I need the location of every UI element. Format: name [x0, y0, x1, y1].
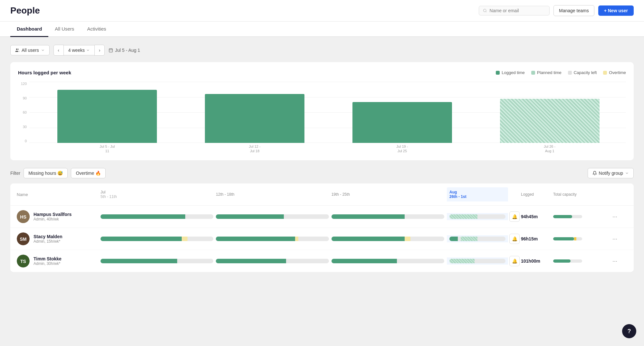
legend-planned-label: Planned time	[537, 70, 562, 75]
new-user-button[interactable]: + New user	[598, 5, 634, 16]
y-label-90: 90	[23, 96, 27, 100]
y-label-30: 30	[23, 125, 27, 129]
logged-time-3: 101h00m	[521, 258, 553, 264]
bar-3	[352, 102, 452, 143]
users-filter-label: All users	[22, 48, 39, 53]
th-name: Name	[17, 192, 101, 197]
legend-logged: Logged time	[496, 70, 525, 75]
page-title: People	[10, 5, 40, 16]
bars-container	[31, 82, 626, 143]
chart-legend: Logged time Planned time Capacity left O…	[496, 70, 626, 75]
date-range-text: Jul 5 - Aug 1	[115, 48, 140, 53]
calendar-icon	[109, 48, 113, 52]
capacity-bar-1	[553, 215, 611, 218]
user-info-3: TS Timm Stokke Admin, 30h/wk*	[17, 255, 101, 267]
bell-cell-1: 🔔	[508, 211, 521, 222]
users-table: Name Jul 5th - 11th 12th - 18th 19th - 2…	[10, 183, 634, 272]
th-logged: Logged	[521, 192, 553, 197]
week4-bar-3	[447, 257, 508, 265]
bar-group-3	[331, 82, 474, 143]
manage-teams-button[interactable]: Manage teams	[553, 5, 594, 16]
week2-bar-1	[216, 214, 331, 219]
user-role-2: Admin, 15h/wk*	[34, 239, 62, 244]
week4-bar-1	[447, 213, 508, 220]
overtime-label: Overtime 🔥	[76, 171, 101, 176]
th-week3: 19th - 25th	[332, 192, 447, 197]
search-box[interactable]	[479, 6, 550, 15]
more-button-3[interactable]: ···	[611, 257, 619, 266]
svg-rect-3	[109, 49, 113, 52]
legend-overtime: Overtime	[603, 70, 626, 75]
week3-bar-1	[332, 214, 447, 219]
user-role-1: Admin, 40h/wk	[34, 217, 72, 221]
table-row: HS Hampus Svallfors Admin, 40h/wk	[10, 206, 634, 228]
tab-all-users[interactable]: All Users	[48, 22, 81, 37]
svg-text:SM: SM	[20, 237, 27, 242]
legend-logged-label: Logged time	[502, 70, 525, 75]
user-info-2: SM Stacy Malden Admin, 15h/wk*	[17, 232, 101, 245]
header-right: Manage teams + New user	[479, 5, 634, 16]
more-button-2[interactable]: ···	[611, 234, 619, 244]
table-row: TS Timm Stokke Admin, 30h/wk*	[10, 250, 634, 272]
bar-2	[205, 94, 304, 143]
overtime-filter[interactable]: Overtime 🔥	[71, 168, 106, 178]
legend-capacity-label: Capacity left	[574, 70, 597, 75]
search-icon	[483, 8, 487, 13]
period-label-btn[interactable]: 4 weeks	[64, 45, 94, 55]
bell-cell-2: 🔔	[508, 234, 521, 244]
table-header: Name Jul 5th - 11th 12th - 18th 19th - 2…	[10, 183, 634, 206]
user-name-3: Timm Stokke	[34, 256, 62, 261]
notify-group-button[interactable]: Notify group	[588, 168, 634, 178]
svg-line-1	[486, 11, 486, 12]
y-label-120: 120	[21, 82, 27, 86]
legend-capacity-dot	[568, 71, 572, 75]
avatar-3: TS	[17, 255, 30, 267]
period-nav: ‹ 4 weeks ›	[53, 45, 105, 56]
legend-capacity: Capacity left	[568, 70, 597, 75]
legend-overtime-label: Overtime	[609, 70, 626, 75]
filter-left: Filter Missing hours 😅 Overtime 🔥	[10, 168, 106, 178]
bar-group-1	[36, 82, 178, 143]
week1-bar-3	[101, 259, 216, 263]
bar-chart: 120 90 60 30 0	[18, 82, 626, 153]
table-row: SM Stacy Malden Admin, 15h/wk*	[10, 228, 634, 250]
user-name-1: Hampus Svallfors	[34, 212, 72, 217]
user-role-3: Admin, 30h/wk*	[34, 261, 62, 266]
x-label-1: Jul 5 - Jul11	[36, 144, 178, 154]
users-filter-button[interactable]: All users	[10, 45, 50, 55]
period-next-button[interactable]: ›	[94, 45, 105, 56]
th-week4: Aug 26th - 1st	[447, 187, 508, 201]
missing-hours-label: Missing hours 😅	[28, 171, 63, 176]
bell-button-1[interactable]: 🔔	[509, 211, 520, 222]
x-label-2: Jul 12 -Jul 18	[184, 144, 326, 154]
capacity-bar-2	[553, 237, 611, 240]
chevron-down-notify-icon	[625, 171, 629, 175]
filter-label: Filter	[10, 171, 20, 176]
bell-button-2[interactable]: 🔔	[509, 234, 520, 244]
notify-group-label: Notify group	[599, 171, 623, 176]
legend-overtime-dot	[603, 71, 607, 75]
x-label-3: Jul 19 -Jul 25	[331, 144, 474, 154]
avatar-1: HS	[17, 210, 30, 223]
user-details-2: Stacy Malden Admin, 15h/wk*	[34, 234, 62, 244]
filter-bar: All users ‹ 4 weeks › Jul 5 - Aug 1	[10, 45, 634, 56]
logged-time-2: 96h15m	[521, 236, 553, 241]
missing-hours-filter[interactable]: Missing hours 😅	[24, 168, 68, 178]
bell-button-3[interactable]: 🔔	[509, 256, 520, 266]
tab-dashboard[interactable]: Dashboard	[10, 22, 48, 37]
period-prev-button[interactable]: ‹	[53, 45, 64, 56]
svg-text:TS: TS	[20, 259, 26, 264]
week1-bar-1	[101, 214, 216, 219]
tab-activities[interactable]: Activities	[81, 22, 112, 37]
table-filter-row: Filter Missing hours 😅 Overtime 🔥 Notify…	[10, 168, 634, 178]
search-input[interactable]	[490, 8, 545, 13]
chart-header: Hours logged per week Logged time Planne…	[18, 70, 626, 75]
chevron-down-icon-period	[86, 48, 90, 52]
legend-planned: Planned time	[531, 70, 562, 75]
user-name-2: Stacy Malden	[34, 234, 62, 239]
chevron-down-icon	[41, 48, 45, 52]
bar-group-4	[478, 82, 621, 143]
more-cell-1: ···	[611, 212, 627, 221]
y-label-0: 0	[25, 139, 27, 143]
more-button-1[interactable]: ···	[611, 212, 619, 221]
